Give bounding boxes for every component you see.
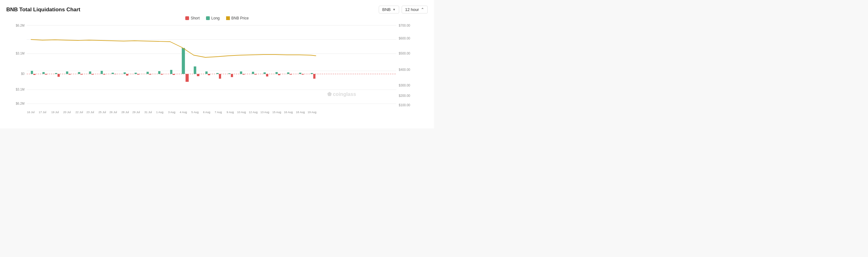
- svg-text:5 Aug: 5 Aug: [191, 111, 198, 114]
- svg-text:16 Jul: 16 Jul: [27, 111, 35, 114]
- svg-rect-41: [158, 71, 160, 74]
- legend-long: Long: [206, 16, 220, 21]
- svg-text:$100.00: $100.00: [399, 103, 410, 107]
- header-row: BNB Total Liquidations Chart BNB ▼ 12 ho…: [6, 6, 428, 13]
- svg-rect-36: [126, 74, 128, 76]
- legend-price: BNB Price: [226, 16, 249, 21]
- svg-rect-21: [42, 72, 44, 74]
- svg-text:7 Aug: 7 Aug: [215, 111, 222, 114]
- svg-rect-54: [231, 74, 233, 77]
- legend-short: Short: [185, 16, 200, 21]
- svg-rect-59: [264, 72, 266, 74]
- svg-rect-40: [149, 74, 151, 75]
- chart-svg: $6.2M $3.1M $0 $3.1M $6.2M $700.00 $600.…: [6, 22, 428, 119]
- svg-text:22 Jul: 22 Jul: [75, 111, 83, 114]
- svg-rect-63: [287, 72, 289, 74]
- svg-text:$500.00: $500.00: [399, 52, 410, 55]
- svg-text:1 Aug: 1 Aug: [156, 111, 163, 114]
- svg-rect-30: [91, 74, 94, 75]
- svg-text:$400.00: $400.00: [399, 68, 410, 71]
- svg-text:19 Jul: 19 Jul: [51, 111, 59, 114]
- svg-rect-24: [58, 74, 60, 77]
- svg-rect-44: [173, 74, 175, 75]
- svg-rect-66: [302, 74, 304, 75]
- svg-rect-47: [194, 67, 196, 74]
- controls: BNB ▼ 12 hour ⌃: [379, 6, 428, 13]
- svg-rect-32: [103, 74, 105, 75]
- svg-text:$0: $0: [21, 72, 25, 76]
- svg-rect-23: [55, 73, 57, 74]
- legend-long-label: Long: [211, 16, 220, 21]
- svg-rect-65: [299, 73, 301, 74]
- svg-rect-22: [45, 74, 47, 75]
- svg-text:29 Jul: 29 Jul: [132, 111, 140, 114]
- svg-text:6 Aug: 6 Aug: [203, 111, 210, 114]
- svg-text:31 Jul: 31 Jul: [145, 111, 152, 114]
- chart-container: BNB Total Liquidations Chart BNB ▼ 12 ho…: [0, 0, 434, 128]
- legend-price-label: BNB Price: [231, 16, 249, 21]
- svg-rect-28: [81, 74, 83, 75]
- legend: Short Long BNB Price: [6, 16, 428, 21]
- long-color-dot: [206, 16, 210, 20]
- svg-rect-61: [275, 72, 278, 74]
- svg-text:4 Aug: 4 Aug: [180, 111, 187, 114]
- svg-rect-38: [137, 74, 140, 75]
- svg-text:12 Aug: 12 Aug: [249, 111, 257, 114]
- svg-rect-57: [252, 72, 254, 74]
- svg-text:19 Aug: 19 Aug: [307, 111, 316, 114]
- svg-text:28 Jul: 28 Jul: [122, 111, 129, 114]
- svg-rect-53: [228, 73, 230, 74]
- svg-text:9 Aug: 9 Aug: [227, 111, 234, 114]
- svg-text:$300.00: $300.00: [399, 84, 410, 87]
- svg-text:$600.00: $600.00: [399, 37, 410, 40]
- svg-rect-51: [216, 73, 219, 74]
- svg-rect-19: [31, 71, 33, 74]
- interval-selector[interactable]: 12 hour ⌃: [402, 6, 428, 13]
- svg-text:⬟ coinglass: ⬟ coinglass: [327, 91, 356, 97]
- svg-text:17 Jul: 17 Jul: [39, 111, 46, 114]
- svg-rect-58: [254, 74, 256, 75]
- svg-text:$6.2M: $6.2M: [16, 102, 25, 105]
- chart-area: $6.2M $3.1M $0 $3.1M $6.2M $700.00 $600.…: [6, 22, 428, 119]
- svg-rect-45: [182, 48, 185, 74]
- svg-rect-64: [289, 74, 292, 75]
- svg-rect-68: [313, 74, 315, 79]
- svg-text:20 Jul: 20 Jul: [63, 111, 71, 114]
- svg-rect-46: [186, 74, 189, 82]
- legend-short-label: Short: [191, 16, 200, 21]
- svg-text:$6.2M: $6.2M: [16, 24, 25, 27]
- svg-text:10 Aug: 10 Aug: [237, 111, 246, 114]
- svg-rect-56: [242, 74, 245, 75]
- svg-rect-34: [114, 74, 117, 74]
- svg-rect-35: [124, 72, 126, 74]
- svg-rect-37: [135, 73, 137, 74]
- asset-dropdown[interactable]: BNB ▼: [379, 6, 399, 13]
- svg-text:$3.1M: $3.1M: [16, 88, 25, 91]
- svg-rect-52: [219, 74, 221, 79]
- svg-text:23 Jul: 23 Jul: [86, 111, 94, 114]
- svg-rect-33: [112, 73, 114, 74]
- price-color-dot: [226, 16, 230, 20]
- svg-text:13 Aug: 13 Aug: [260, 111, 269, 114]
- asset-dropdown-arrow: ▼: [393, 8, 396, 11]
- svg-rect-60: [266, 74, 268, 76]
- svg-text:18 Aug: 18 Aug: [296, 111, 305, 114]
- svg-text:$700.00: $700.00: [399, 24, 410, 27]
- interval-arrow: ⌃: [421, 7, 424, 12]
- svg-rect-42: [161, 74, 163, 75]
- interval-label: 12 hour: [405, 7, 419, 12]
- svg-text:3 Aug: 3 Aug: [168, 111, 175, 114]
- svg-rect-39: [147, 72, 149, 74]
- svg-rect-29: [89, 71, 91, 74]
- svg-rect-27: [78, 72, 80, 74]
- svg-text:$3.1M: $3.1M: [16, 52, 25, 55]
- short-color-dot: [185, 16, 189, 20]
- svg-rect-49: [206, 71, 208, 74]
- svg-text:16 Aug: 16 Aug: [284, 111, 293, 114]
- svg-text:25 Jul: 25 Jul: [98, 111, 106, 114]
- svg-rect-20: [33, 74, 35, 75]
- svg-rect-48: [197, 74, 199, 76]
- svg-rect-31: [100, 71, 103, 74]
- svg-text:26 Jul: 26 Jul: [109, 111, 117, 114]
- chart-title: BNB Total Liquidations Chart: [6, 7, 81, 13]
